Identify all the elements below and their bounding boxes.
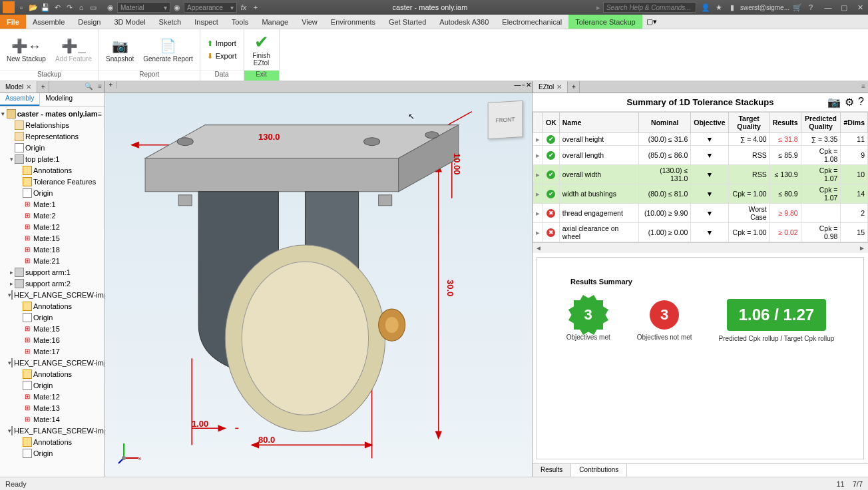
tab-inspect[interactable]: Inspect bbox=[188, 15, 224, 29]
tree-node[interactable]: ▸support arm:1 bbox=[0, 266, 105, 278]
table-row[interactable]: ▸✔overall length(85.0) ≤ 86.0▼RSS≤ 85.9C… bbox=[533, 146, 868, 165]
tree-node[interactable]: ⊞Mate:17 bbox=[0, 346, 105, 357]
tab-design[interactable]: Design bbox=[71, 15, 107, 29]
add-tab-button[interactable]: + bbox=[37, 81, 49, 93]
tab-view[interactable]: View bbox=[295, 15, 324, 29]
tree-node[interactable]: Origin bbox=[0, 312, 105, 323]
snapshot-button[interactable]: 📷 Snapshot bbox=[103, 35, 136, 64]
material-icon[interactable]: ◉ bbox=[105, 2, 116, 13]
tree-node[interactable]: Annotations bbox=[0, 368, 105, 379]
tree-node[interactable]: Annotations bbox=[0, 164, 105, 176]
generate-report-button[interactable]: 📄 Generate Report bbox=[140, 35, 196, 64]
tree-node[interactable]: ▾top plate:1 bbox=[0, 153, 105, 164]
tab-manage[interactable]: Manage bbox=[255, 15, 295, 29]
tree-node[interactable]: Annotations bbox=[0, 436, 105, 447]
close-icon[interactable]: ✕ bbox=[26, 83, 31, 91]
tree-node[interactable]: Origin bbox=[0, 447, 105, 459]
tree-node[interactable]: ⊞Mate:18 bbox=[0, 244, 105, 255]
eztol-panel-tab[interactable]: EZtol✕ bbox=[533, 81, 568, 93]
help-icon[interactable]: ? bbox=[805, 2, 816, 13]
browser-tab-assembly[interactable]: Assembly bbox=[0, 93, 39, 106]
tab-assemble[interactable]: Assemble bbox=[26, 15, 71, 29]
tree-node[interactable]: ▾HEX_FLANGE_SCREW-impor bbox=[0, 289, 105, 300]
plus-icon[interactable]: + bbox=[250, 2, 261, 13]
view-close-icon[interactable]: ✕ bbox=[526, 81, 531, 93]
tab-environments[interactable]: Environments bbox=[324, 15, 382, 29]
appearance-icon[interactable]: ◉ bbox=[172, 2, 182, 13]
tree-node[interactable]: ▾HEX_FLANGE_SCREW-impor bbox=[0, 357, 105, 368]
tree-node[interactable]: ⊞Mate:2 bbox=[0, 210, 105, 221]
tab-sketch[interactable]: Sketch bbox=[152, 15, 188, 29]
minimize-button[interactable]: — bbox=[820, 0, 836, 15]
close-icon[interactable]: ✕ bbox=[556, 83, 562, 91]
appearance-combo[interactable]: Appearance▾ bbox=[184, 2, 237, 13]
table-row[interactable]: ▸✔width at bushings(80.0) ≤ 81.0▼Cpk = 1… bbox=[533, 184, 868, 204]
help-search-input[interactable]: Search Help & Commands... bbox=[603, 2, 696, 13]
user-icon[interactable]: ▮ bbox=[727, 2, 738, 13]
tree-node[interactable]: ⊞Mate:15 bbox=[0, 232, 105, 244]
new-stackup-button[interactable]: ➕↔ New Stackup bbox=[4, 35, 49, 64]
tab-tools[interactable]: Tools bbox=[225, 15, 256, 29]
results-tab[interactable]: Results bbox=[533, 464, 571, 477]
help-icon[interactable]: ? bbox=[858, 96, 864, 109]
close-button[interactable]: ✕ bbox=[852, 0, 868, 15]
tab-electromechanical[interactable]: Electromechanical bbox=[495, 15, 568, 29]
undo-icon[interactable]: ↶ bbox=[52, 2, 63, 13]
material-combo[interactable]: Material▾ bbox=[117, 2, 170, 13]
import-button[interactable]: ⬆Import bbox=[204, 38, 240, 49]
tree-node[interactable]: ⊞Mate:1 bbox=[0, 198, 105, 210]
viewcube[interactable]: FRONT bbox=[488, 101, 523, 139]
tree-node[interactable]: ⊞Mate:12 bbox=[0, 391, 105, 402]
tab-a360[interactable]: Autodesk A360 bbox=[433, 15, 495, 29]
view-minimize-icon[interactable]: — bbox=[514, 81, 521, 93]
select-icon[interactable]: ▭ bbox=[88, 2, 99, 13]
tree-node[interactable]: ⊞Mate:14 bbox=[0, 413, 105, 425]
tree-node[interactable]: ⊞Mate:13 bbox=[0, 402, 105, 413]
settings-icon[interactable]: ⚙ bbox=[845, 96, 854, 109]
tree-node[interactable]: ⊞Mate:15 bbox=[0, 323, 105, 334]
add-view-tab[interactable]: + bbox=[105, 81, 117, 89]
app-icon[interactable] bbox=[3, 1, 15, 13]
save-icon[interactable]: 💾 bbox=[40, 2, 51, 13]
redo-icon[interactable]: ↷ bbox=[64, 2, 75, 13]
maximize-button[interactable]: ▢ bbox=[836, 0, 852, 15]
tab-3dmodel[interactable]: 3D Model bbox=[108, 15, 152, 29]
tree-node[interactable]: ⊞Mate:16 bbox=[0, 334, 105, 346]
record-icon[interactable]: ▢▾ bbox=[642, 15, 661, 29]
tree-node[interactable]: ⊞Mate:21 bbox=[0, 255, 105, 266]
new-icon[interactable]: ▫ bbox=[16, 2, 27, 13]
3d-viewport[interactable]: FRONT ↖ bbox=[105, 93, 533, 477]
fx-icon[interactable]: fx bbox=[238, 2, 249, 13]
snapshot-icon[interactable]: 📷 bbox=[827, 96, 841, 109]
model-tree[interactable]: ▾caster - mates only.iam≡RelationshipsRe… bbox=[0, 107, 105, 477]
browser-tab-modeling[interactable]: Modeling bbox=[40, 93, 78, 106]
view-restore-icon[interactable]: ▫ bbox=[522, 81, 525, 93]
search-browser-icon[interactable]: 🔍 bbox=[82, 81, 95, 93]
model-browser-tab[interactable]: Model✕ bbox=[0, 81, 37, 93]
favorite-icon[interactable]: ★ bbox=[714, 2, 724, 13]
tree-node[interactable]: Origin bbox=[0, 142, 105, 153]
tab-file[interactable]: File bbox=[0, 15, 26, 29]
tree-node[interactable]: Representations bbox=[0, 130, 105, 142]
tree-node[interactable]: ▸support arm:2 bbox=[0, 278, 105, 289]
finish-eztol-button[interactable]: ✔ Finish EZtol bbox=[248, 32, 275, 68]
tree-node[interactable]: ▾HEX_FLANGE_SCREW-impor bbox=[0, 425, 105, 436]
add-panel-tab[interactable]: + bbox=[568, 81, 580, 93]
contributions-tab[interactable]: Contributions bbox=[571, 464, 627, 477]
tree-node[interactable]: Origin bbox=[0, 187, 105, 198]
tab-tolerance-stackup[interactable]: Tolerance Stackup bbox=[568, 15, 642, 29]
browser-menu-icon[interactable]: ≡ bbox=[95, 81, 105, 93]
tree-root[interactable]: ▾caster - mates only.iam≡ bbox=[0, 108, 105, 119]
tree-node[interactable]: Tolerance Features bbox=[0, 176, 105, 187]
tree-node[interactable]: Annotations bbox=[0, 300, 105, 312]
open-icon[interactable]: 📂 bbox=[28, 2, 39, 13]
table-row[interactable]: ▸✔overall width(130.0) ≤ 131.0▼RSS≤ 130.… bbox=[533, 165, 868, 184]
table-row[interactable]: ▸✖thread engagement(10.00) ≥ 9.90▼Worst … bbox=[533, 204, 868, 223]
table-scrollbar[interactable]: ◄► bbox=[533, 242, 868, 253]
cart-icon[interactable]: 🛒 bbox=[792, 2, 803, 13]
table-row[interactable]: ▸✖axial clearance on wheel(1.00) ≥ 0.00▼… bbox=[533, 223, 868, 242]
export-button[interactable]: ⬇Export bbox=[204, 51, 240, 62]
tree-node[interactable]: Origin bbox=[0, 379, 105, 391]
tree-node[interactable]: Relationships bbox=[0, 119, 105, 130]
tree-node[interactable]: ⊞Mate:12 bbox=[0, 221, 105, 232]
